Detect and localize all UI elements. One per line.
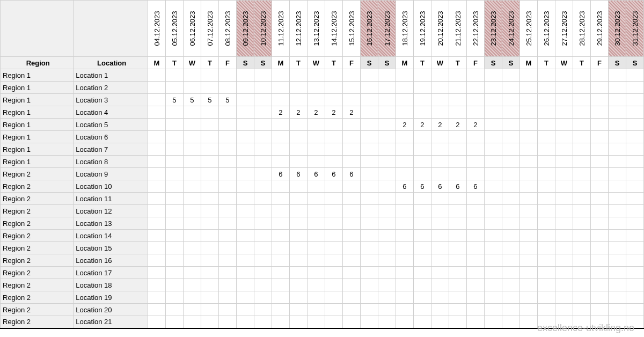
grid-cell[interactable] xyxy=(608,82,626,94)
grid-cell[interactable] xyxy=(626,131,643,143)
grid-cell[interactable] xyxy=(148,106,165,119)
grid-cell[interactable] xyxy=(325,193,342,205)
grid-cell[interactable] xyxy=(342,267,360,279)
grid-cell[interactable] xyxy=(466,230,484,242)
grid-cell[interactable] xyxy=(396,143,413,156)
grid-cell[interactable] xyxy=(378,316,396,328)
grid-cell[interactable]: 2 xyxy=(396,119,413,131)
grid-cell[interactable] xyxy=(272,131,289,143)
grid-cell[interactable] xyxy=(183,279,201,291)
grid-cell[interactable] xyxy=(201,304,218,316)
grid-cell[interactable] xyxy=(236,69,254,82)
grid-cell[interactable] xyxy=(307,131,325,143)
grid-cell[interactable] xyxy=(502,267,519,279)
grid-cell[interactable] xyxy=(254,168,272,180)
grid-cell[interactable] xyxy=(218,82,236,94)
grid-cell[interactable] xyxy=(626,69,643,82)
grid-cell[interactable] xyxy=(466,242,484,254)
grid-cell[interactable] xyxy=(413,205,431,217)
grid-cell[interactable] xyxy=(573,119,590,131)
grid-cell[interactable] xyxy=(626,168,643,180)
grid-cell[interactable] xyxy=(236,279,254,291)
grid-cell[interactable] xyxy=(413,316,431,328)
grid-cell[interactable] xyxy=(360,267,378,279)
dow-cell[interactable]: F xyxy=(218,57,236,69)
region-cell[interactable]: Region 2 xyxy=(1,230,74,242)
grid-cell[interactable] xyxy=(183,316,201,328)
grid-cell[interactable] xyxy=(342,291,360,304)
location-cell[interactable]: Location 4 xyxy=(74,106,148,119)
grid-cell[interactable] xyxy=(183,230,201,242)
grid-cell[interactable]: 2 xyxy=(413,119,431,131)
grid-cell[interactable]: 2 xyxy=(289,106,307,119)
grid-cell[interactable] xyxy=(484,217,502,230)
grid-cell[interactable] xyxy=(590,242,608,254)
location-cell[interactable]: Location 21 xyxy=(74,316,148,328)
grid-cell[interactable] xyxy=(608,168,626,180)
grid-cell[interactable]: 2 xyxy=(342,106,360,119)
grid-cell[interactable] xyxy=(148,242,165,254)
grid-cell[interactable] xyxy=(484,291,502,304)
grid-cell[interactable] xyxy=(165,291,183,304)
grid-cell[interactable] xyxy=(325,82,342,94)
grid-cell[interactable] xyxy=(555,143,573,156)
date-header-cell[interactable]: 19.12.2023 xyxy=(413,1,431,57)
location-cell[interactable]: Location 18 xyxy=(74,279,148,291)
grid-cell[interactable] xyxy=(626,279,643,291)
grid-cell[interactable] xyxy=(466,205,484,217)
grid-cell[interactable] xyxy=(342,205,360,217)
grid-cell[interactable] xyxy=(555,168,573,180)
grid-cell[interactable] xyxy=(307,316,325,328)
grid-cell[interactable] xyxy=(396,242,413,254)
grid-cell[interactable] xyxy=(325,291,342,304)
dow-cell[interactable]: T xyxy=(325,57,342,69)
grid-cell[interactable] xyxy=(165,205,183,217)
grid-cell[interactable] xyxy=(183,267,201,279)
grid-cell[interactable] xyxy=(378,143,396,156)
grid-cell[interactable] xyxy=(254,304,272,316)
grid-cell[interactable] xyxy=(449,230,466,242)
grid-cell[interactable] xyxy=(289,217,307,230)
grid-cell[interactable] xyxy=(466,267,484,279)
grid-cell[interactable] xyxy=(626,316,643,328)
date-header-cell[interactable]: 09.12.2023 xyxy=(236,1,254,57)
grid-cell[interactable] xyxy=(201,230,218,242)
dow-cell[interactable]: F xyxy=(466,57,484,69)
grid-cell[interactable] xyxy=(573,316,590,328)
grid-cell[interactable] xyxy=(431,106,449,119)
grid-cell[interactable] xyxy=(342,94,360,106)
date-header-cell[interactable]: 04.12.2023 xyxy=(148,1,165,57)
grid-cell[interactable] xyxy=(201,242,218,254)
grid-cell[interactable] xyxy=(148,267,165,279)
grid-cell[interactable] xyxy=(590,316,608,328)
grid-cell[interactable] xyxy=(201,143,218,156)
grid-cell[interactable] xyxy=(449,143,466,156)
grid-cell[interactable] xyxy=(484,119,502,131)
grid-cell[interactable] xyxy=(325,304,342,316)
grid-cell[interactable] xyxy=(396,131,413,143)
grid-cell[interactable] xyxy=(590,291,608,304)
grid-cell[interactable] xyxy=(431,267,449,279)
grid-cell[interactable] xyxy=(236,291,254,304)
grid-cell[interactable] xyxy=(325,316,342,328)
grid-cell[interactable] xyxy=(378,230,396,242)
grid-cell[interactable] xyxy=(289,69,307,82)
grid-cell[interactable] xyxy=(307,94,325,106)
grid-cell[interactable] xyxy=(165,267,183,279)
grid-cell[interactable] xyxy=(413,82,431,94)
location-cell[interactable]: Location 14 xyxy=(74,230,148,242)
date-header-cell[interactable]: 05.12.2023 xyxy=(165,1,183,57)
dow-cell[interactable]: M xyxy=(396,57,413,69)
grid-cell[interactable] xyxy=(342,180,360,193)
region-cell[interactable]: Region 2 xyxy=(1,304,74,316)
grid-cell[interactable] xyxy=(431,143,449,156)
grid-cell[interactable] xyxy=(360,291,378,304)
grid-cell[interactable] xyxy=(537,205,555,217)
grid-cell[interactable] xyxy=(449,316,466,328)
grid-cell[interactable] xyxy=(573,143,590,156)
grid-cell[interactable] xyxy=(307,291,325,304)
grid-cell[interactable] xyxy=(201,131,218,143)
grid-cell[interactable] xyxy=(218,205,236,217)
grid-cell[interactable] xyxy=(342,143,360,156)
grid-cell[interactable]: 6 xyxy=(396,180,413,193)
